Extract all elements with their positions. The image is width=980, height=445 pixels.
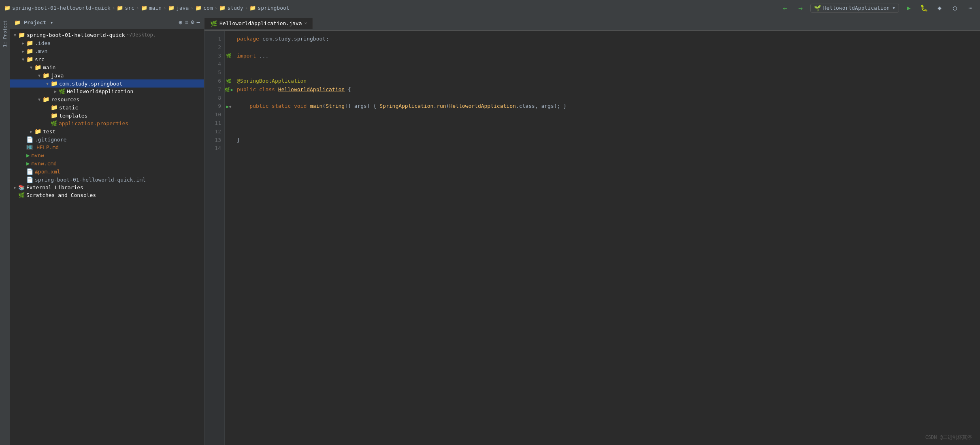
tree-label-gitignore: .gitignore [35,137,66,143]
tree-item-helpmd[interactable]: ▶ MD HELP.md [10,143,204,151]
gutter: 🌿 🌿 🌿 ▶ ▶ ◆ [225,31,233,445]
spring-gutter-7: 🌿 [224,87,230,92]
tree-item-appprops[interactable]: ▶ 🌿 application.properties [10,120,204,127]
iml-icon: 📄 [26,176,33,183]
tree-item-src[interactable]: ▼ 📁 src [10,55,204,63]
linenum-10: 10 [208,111,221,119]
profile-button[interactable]: ◯ [949,2,961,14]
gutter-13 [225,136,233,145]
tab-close-button[interactable]: × [305,21,307,26]
breadcrumb-com: com [203,5,213,11]
editor-tab-helloworld[interactable]: 🌿 HelloworldApplication.java × [205,18,313,29]
gutter-14 [225,144,233,153]
tree-item-pomxml[interactable]: ▶ 📄 m pom.xml [10,167,204,175]
sidebar-dropdown-icon[interactable]: ▾ [50,19,53,26]
run-config-selector[interactable]: 🌱 HelloworldApplication ▾ [810,4,899,13]
tree-label-mvnwcmd: mvnw.cmd [31,160,57,167]
tree-item-static[interactable]: ▶ 📁 static [10,103,204,111]
linenum-12: 12 [208,128,221,136]
code-content[interactable]: package com.study.springboot; import ... [233,31,980,445]
tree-item-helloworld[interactable]: ▶ 🌿 HelloworldApplication [10,88,204,95]
token-9-3: void [294,102,307,111]
run-gutter-9[interactable]: ▶ [226,104,229,109]
tree-item-mvnwcmd[interactable]: ▶ ▶ mvnw.cmd [10,159,204,167]
tree-item-java[interactable]: ▼ 📁 java [10,71,204,79]
tree-item-package[interactable]: ▼ 📁 com.study.springboot [10,79,204,88]
breadcrumb: 📁 spring-boot-01-helloworld-quick › 📁 sr… [4,5,290,11]
script-icon-mvnw: ▶ [26,152,30,158]
editor-area: 🌿 HelloworldApplication.java × 1 2 3 4 5… [205,16,980,445]
tree-item-idea[interactable]: ▶ 📁 .idea [10,39,204,47]
token-9-1: public [249,102,268,111]
sidebar-title: Project [24,19,46,26]
folder-icon-idea: 📁 [26,40,33,46]
main-layout: 1: Project 📁 Project ▾ ⊕ ≡ ⚙ — ▼ 📁 sprin… [0,16,980,445]
tree-label-iml: spring-boot-01-helloworld-quick.iml [35,177,146,183]
tree-suffix-root: ~/Desktop. [127,32,156,38]
tree-label-appprops: application.properties [59,120,128,126]
linenum-11: 11 [208,119,221,128]
linenum-9: 9 [208,102,221,111]
tree-item-test[interactable]: ▶ 📁 test [10,127,204,135]
tree-label-extlibs: External Libraries [26,184,83,190]
sidebar-settings-button[interactable]: ⚙ [191,19,194,26]
tree-item-mvn[interactable]: ▶ 📁 .mvn [10,47,204,55]
tree-item-gitignore[interactable]: ▶ 📄 .gitignore [10,135,204,143]
tree-item-iml[interactable]: ▶ 📄 spring-boot-01-helloworld-quick.iml [10,175,204,184]
more-button[interactable]: ⋯ [965,2,976,14]
arrow-package: ▼ [44,81,51,86]
tree-item-scratches[interactable]: ▶ 🌿 Scratches and Consoles [10,191,204,199]
navigate-forward-button[interactable]: → [795,2,806,14]
sidebar-collapse-button[interactable]: ≡ [185,19,188,26]
token-6-1: @SpringBootApplication [237,77,307,86]
gutter-5 [225,68,233,77]
tree-label-java: java [51,73,64,79]
sidebar-minimize-button[interactable]: — [197,19,200,26]
folder-icon-package: 📁 [51,80,58,87]
gutter-6: 🌿 [225,77,233,86]
tree-label-test: test [43,128,55,135]
tree-item-extlibs[interactable]: ▶ 📚 External Libraries [10,184,204,191]
sidebar-add-button[interactable]: ⊕ [179,19,183,26]
arrow-resources: ▼ [36,97,43,102]
tree-label-idea: .idea [35,40,51,46]
tree-label-src: src [35,56,44,62]
linenum-14: 14 [208,144,221,153]
spring-gutter-3: 🌿 [226,53,232,58]
run-button[interactable]: ▶ [903,2,914,14]
code-line-2 [237,43,976,52]
tree-item-resources[interactable]: ▼ 📁 resources [10,95,204,103]
tree-label-helpmd: HELP.md [36,144,59,150]
watermark: CSDN @二进制杯莫停 [925,434,972,441]
tree-item-mvnw[interactable]: ▶ ▶ mvnw [10,151,204,159]
arrow-extlibs: ▶ [12,185,18,190]
tree-item-templates[interactable]: ▶ 📁 templates [10,111,204,120]
token-1-2 [259,35,262,43]
navigate-back-button[interactable]: ← [780,2,791,14]
gutter-7: 🌿 ▶ [225,86,233,94]
sep5: › [215,5,218,11]
sp1 [268,102,272,111]
arrow-main: ▼ [28,65,34,70]
spring-icon-helloworld: 🌿 [59,88,65,94]
run-config-dropdown-icon: ▾ [892,5,895,11]
code-line-7: public class HelloworldApplication { [237,86,976,94]
arrow-idea: ▶ [20,41,26,45]
tree-label-root: spring-boot-01-helloworld-quick [27,32,125,38]
gitignore-icon: 📄 [26,136,33,143]
coverage-button[interactable]: ◆ [934,2,945,14]
debug-button[interactable]: 🐛 [918,2,930,14]
code-line-14 [237,144,976,153]
token-1-1: package [237,35,259,43]
left-tab: 1: Project [0,16,10,445]
tree-item-root[interactable]: ▼ 📁 spring-boot-01-helloworld-quick ~/De… [10,31,204,39]
editor-tabs: 🌿 HelloworldApplication.java × [205,16,980,31]
linenum-13: 13 [208,136,221,145]
token-7-4 [275,86,278,94]
linenum-2: 2 [208,43,221,52]
scratches-icon: 🌿 [18,192,25,198]
project-panel-tab[interactable]: 1: Project [2,20,8,47]
sep3: › [163,5,166,11]
arrow-helloworld: ▶ [52,89,59,94]
tree-item-main[interactable]: ▼ 📁 main [10,63,204,71]
